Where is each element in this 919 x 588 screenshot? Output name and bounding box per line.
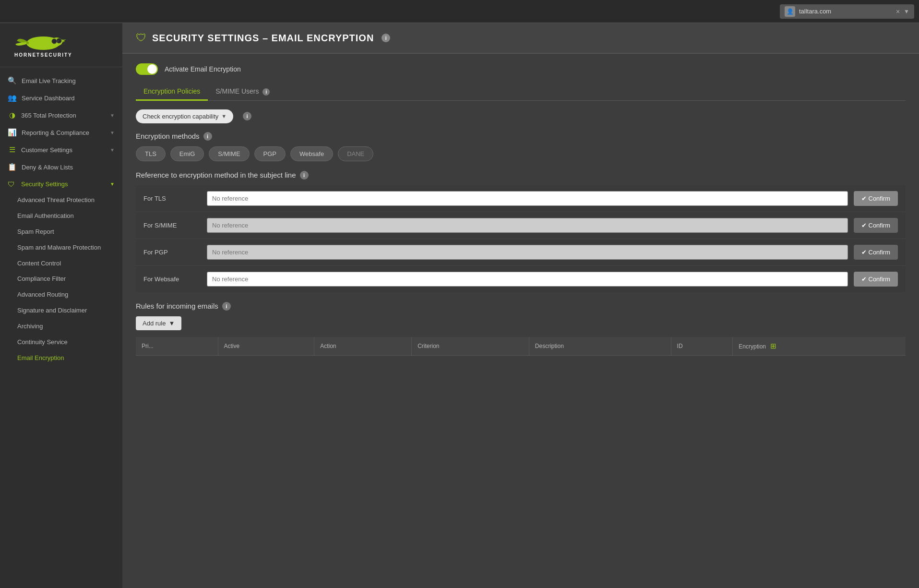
sidebar-item-continuity-service[interactable]: Continuity Service	[0, 335, 122, 350]
add-rule-label: Add rule	[143, 320, 166, 327]
sidebar-item-email-live-tracking[interactable]: 🔍 Email Live Tracking	[0, 72, 122, 89]
col-encryption: Encryption ⊞	[733, 337, 906, 356]
col-criterion: Criterion	[412, 337, 529, 356]
reference-row-smime: For S/MIME ✔ Confirm	[136, 212, 906, 239]
reference-row-pgp: For PGP ✔ Confirm	[136, 239, 906, 266]
dropdown-arrow-icon: ▼	[221, 113, 227, 119]
sidebar-item-customer-settings[interactable]: ☰ Customer Settings ▼	[0, 141, 122, 158]
method-smime[interactable]: S/MIME	[209, 146, 249, 161]
sidebar-item-content-control[interactable]: Content Control	[0, 256, 122, 272]
check-btn-label: Check encryption capability	[143, 113, 218, 120]
dropdown-arrow-icon[interactable]: ▼	[904, 8, 909, 15]
sidebar-item-deny-allow-lists[interactable]: 📋 Deny & Allow Lists	[0, 158, 122, 176]
toggle-label: Activate Email Encryption	[165, 65, 241, 73]
sidebar-item-spam-report[interactable]: Spam Report	[0, 224, 122, 240]
sidebar-item-label: Reporting & Compliance	[22, 129, 105, 136]
shield-header-icon: 🛡	[136, 32, 146, 44]
tabs: Encryption Policies S/MIME Users i	[136, 84, 906, 101]
reference-title-label: Reference to encryption method in the su…	[136, 171, 296, 179]
sidebar-item-label: Deny & Allow Lists	[22, 164, 115, 171]
shield-icon: 🛡	[8, 180, 16, 188]
rules-section: Rules for incoming emails i Add rule ▼ P…	[136, 302, 906, 356]
sidebar-item-label: 365 Total Protection	[21, 112, 105, 119]
method-pgp[interactable]: PGP	[254, 146, 286, 161]
sidebar-item-archiving[interactable]: Archiving	[0, 319, 122, 335]
tab-label: Encryption Policies	[143, 87, 200, 95]
method-websafe[interactable]: Websafe	[290, 146, 333, 161]
method-dane[interactable]: DANE	[338, 146, 373, 161]
rules-info-icon[interactable]: i	[222, 302, 231, 311]
confirm-button-tls[interactable]: ✔ Confirm	[854, 191, 898, 206]
page-info-icon[interactable]: i	[382, 34, 390, 42]
search-icon: 🔍	[8, 76, 17, 85]
encryption-methods-info-icon[interactable]: i	[203, 132, 212, 141]
main-layout: HORNETSECURITY 🔍 Email Live Tracking 👥 S…	[0, 23, 919, 588]
chevron-down-icon: ▼	[110, 130, 115, 135]
tab-encryption-policies[interactable]: Encryption Policies	[136, 84, 208, 101]
col-description: Description	[529, 337, 671, 356]
user-icon: 👤	[785, 6, 795, 17]
reference-section-title: Reference to encryption method in the su…	[136, 171, 906, 180]
confirm-button-pgp[interactable]: ✔ Confirm	[854, 245, 898, 260]
ref-input-tls[interactable]	[207, 191, 848, 206]
ref-label-websafe: For Websafe	[143, 276, 201, 283]
ref-label-pgp: For PGP	[143, 249, 201, 256]
logo-svg: HORNETSECURITY	[10, 32, 82, 58]
col-id: ID	[671, 337, 733, 356]
ref-label-tls: For TLS	[143, 195, 201, 202]
method-emig[interactable]: EmiG	[170, 146, 204, 161]
reference-section: For TLS ✔ Confirm For S/MIME ✔ Confirm F…	[136, 185, 906, 292]
encryption-methods-row: TLS EmiG S/MIME PGP Websafe DANE	[136, 146, 906, 161]
check-encryption-row: Check encryption capability ▼ i	[136, 109, 906, 123]
sidebar-item-security-settings[interactable]: 🛡 Security Settings ▼	[0, 176, 122, 192]
sidebar-nav: 🔍 Email Live Tracking 👥 Service Dashboar…	[0, 67, 122, 371]
close-button[interactable]: ×	[896, 8, 900, 15]
page-header: 🛡 SECURITY SETTINGS – EMAIL ENCRYPTION i	[122, 23, 919, 54]
tab-smime-users[interactable]: S/MIME Users i	[208, 84, 277, 101]
sidebar-item-reporting-compliance[interactable]: 📊 Reporting & Compliance ▼	[0, 124, 122, 141]
settings-icon: ☰	[8, 145, 16, 154]
sidebar-item-email-authentication[interactable]: Email Authentication	[0, 208, 122, 224]
table-grid-icon[interactable]: ⊞	[770, 342, 776, 350]
rules-table: Pri... Active Action Criterion Descripti…	[136, 337, 906, 356]
check-encryption-info-icon[interactable]: i	[243, 112, 251, 120]
rules-section-title: Rules for incoming emails i	[136, 302, 906, 311]
sidebar-item-signature-disclaimer[interactable]: Signature and Disclaimer	[0, 303, 122, 319]
activate-email-encryption-toggle[interactable]	[136, 63, 158, 75]
sidebar-item-advanced-threat-protection[interactable]: Advanced Threat Protection	[0, 192, 122, 208]
sidebar-item-label: Security Settings	[21, 180, 68, 188]
add-rule-button[interactable]: Add rule ▼	[136, 316, 181, 330]
encryption-methods-label: Encryption methods	[136, 132, 200, 140]
tab-info-icon[interactable]: i	[263, 88, 270, 96]
sidebar-item-365-total-protection[interactable]: ◑ 365 Total Protection ▼	[0, 107, 122, 124]
chevron-down-icon: ▼	[110, 113, 115, 118]
sidebar-item-label: Service Dashboard	[22, 95, 115, 102]
ref-label-smime: For S/MIME	[143, 222, 201, 229]
sidebar-logo: HORNETSECURITY	[0, 23, 122, 67]
content-area: 🛡 SECURITY SETTINGS – EMAIL ENCRYPTION i…	[122, 23, 919, 588]
reference-row-websafe: For Websafe ✔ Confirm	[136, 266, 906, 292]
chevron-down-icon: ▼	[110, 147, 115, 153]
sidebar-item-label: Customer Settings	[21, 146, 105, 154]
check-encryption-button[interactable]: Check encryption capability ▼	[136, 109, 233, 123]
ref-input-pgp[interactable]	[207, 245, 848, 260]
logo-text: HORNETSECURITY	[14, 52, 72, 58]
confirm-button-websafe[interactable]: ✔ Confirm	[854, 272, 898, 287]
ref-input-websafe[interactable]	[207, 272, 848, 287]
reference-info-icon[interactable]: i	[300, 171, 309, 180]
method-tls[interactable]: TLS	[136, 146, 166, 161]
sidebar-item-compliance-filter[interactable]: Compliance Filter	[0, 271, 122, 287]
reference-table: For TLS ✔ Confirm For S/MIME ✔ Confirm F…	[136, 185, 906, 292]
ref-input-smime[interactable]	[207, 218, 848, 233]
sidebar-item-service-dashboard[interactable]: 👥 Service Dashboard	[0, 89, 122, 107]
content-body: Activate Email Encryption Encryption Pol…	[122, 54, 919, 365]
page-title: SECURITY SETTINGS – EMAIL ENCRYPTION	[152, 33, 374, 44]
confirm-button-smime[interactable]: ✔ Confirm	[854, 218, 898, 233]
sidebar: HORNETSECURITY 🔍 Email Live Tracking 👥 S…	[0, 23, 122, 588]
domain-selector[interactable]: 👤 talltara.com × ▼	[780, 4, 914, 19]
sidebar-item-advanced-routing[interactable]: Advanced Routing	[0, 287, 122, 303]
dashboard-icon: 👥	[8, 94, 17, 102]
sidebar-item-spam-malware-protection[interactable]: Spam and Malware Protection	[0, 240, 122, 256]
activate-encryption-row: Activate Email Encryption	[136, 63, 906, 75]
sidebar-item-email-encryption[interactable]: Email Encryption	[0, 350, 122, 366]
